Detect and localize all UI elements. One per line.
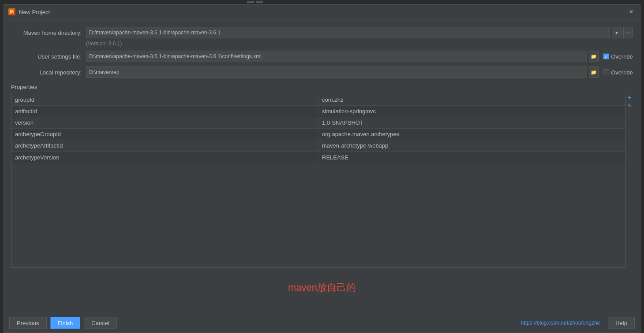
maven-home-label: Maven home directory: (11, 30, 82, 36)
local-repo-override-label: Override (611, 69, 633, 76)
prop-value-archetype-version: RELEASE (318, 152, 625, 163)
maven-home-input[interactable] (86, 27, 610, 38)
edit-property-button[interactable]: ✎ (626, 103, 633, 109)
dialog-titlebar: M New Project × (4, 5, 640, 19)
user-settings-folder-button[interactable]: 📁 (589, 51, 599, 62)
top-bar (0, 0, 644, 4)
table-row: version 1.0-SNAPSHOT (11, 117, 625, 129)
prop-value-version: 1.0-SNAPSHOT (318, 118, 625, 128)
properties-section-header: Properties (11, 80, 633, 92)
prop-value-artifactid: simulation-springmvc (318, 106, 625, 116)
local-repo-override-checkbox[interactable] (603, 69, 609, 75)
previous-button[interactable]: Previous (9, 317, 47, 329)
table-row: artifactId simulation-springmvc (11, 106, 625, 117)
local-repo-input-group: 📁 (86, 67, 599, 78)
prop-key-archetype-version: archetypeVersion (11, 152, 318, 163)
user-settings-row: User settings file: 📁 ✓ Override (11, 48, 633, 64)
footer-url: https://blog.csdn.net/zhoufengzhe (120, 320, 600, 326)
table-row: archetypeArtifactId maven-archetype-weba… (11, 140, 625, 152)
dialog-title: New Project (19, 9, 50, 15)
user-settings-input[interactable] (86, 51, 587, 62)
watermark-text: maven放自己的 (284, 277, 360, 299)
prop-value-groupid: com.zhz (318, 95, 625, 105)
prop-key-version: version (11, 118, 318, 128)
local-repo-input[interactable] (86, 67, 587, 78)
local-repo-label: Local repository: (11, 69, 82, 76)
help-button[interactable]: Help (608, 317, 635, 329)
dialog-icon: M (8, 8, 15, 15)
user-settings-label: User settings file: (11, 53, 82, 60)
properties-table: groupId com.zhz artifactId simulation-sp… (11, 94, 626, 268)
user-settings-override-group: ✓ Override (603, 53, 633, 60)
dialog-footer: Previous Finish Cancel https://blog.csdn… (4, 313, 640, 333)
local-repo-row: Local repository: 📁 Override (11, 64, 633, 80)
prop-value-archetype-groupid: org.apache.maven.archetypes (318, 129, 625, 139)
prop-key-artifactid: artifactId (11, 106, 318, 116)
maven-version-hint: (Version: 3.6.1) (86, 41, 633, 48)
table-row: groupId com.zhz (11, 94, 625, 106)
maven-home-ellipsis-button[interactable]: ··· (623, 27, 633, 38)
prop-key-groupid: groupId (11, 95, 318, 105)
user-settings-input-group: 📁 (86, 51, 599, 62)
finish-button[interactable]: Finish (50, 317, 81, 329)
maven-home-dropdown-button[interactable]: ▼ (612, 27, 622, 38)
properties-sidebar: + ✎ (626, 94, 633, 268)
cancel-button[interactable]: Cancel (84, 317, 116, 329)
close-button[interactable]: × (627, 7, 636, 16)
prop-key-archetype-groupid: archetypeGroupId (11, 129, 318, 139)
table-row: archetypeGroupId org.apache.maven.archet… (11, 129, 625, 140)
local-repo-folder-button[interactable]: 📁 (589, 67, 599, 78)
new-project-dialog: M New Project × Maven home directory: ▼ … (4, 4, 640, 333)
properties-wrapper: groupId com.zhz artifactId simulation-sp… (11, 94, 633, 268)
prop-key-archetype-artifactid: archetypeArtifactId (11, 141, 318, 151)
user-settings-override-checkbox[interactable]: ✓ (603, 53, 609, 59)
top-dots (247, 1, 263, 3)
table-row: archetypeVersion RELEASE (11, 152, 625, 163)
user-settings-override-label: Override (611, 53, 633, 60)
dialog-title-left: M New Project (8, 8, 50, 15)
dialog-content: Maven home directory: ▼ ··· (Version: 3.… (4, 19, 640, 313)
maven-home-input-group: ▼ ··· (86, 27, 633, 38)
add-property-button[interactable]: + (626, 95, 633, 101)
prop-value-archetype-artifactid: maven-archetype-webapp (318, 141, 625, 151)
local-repo-override-group: Override (603, 69, 633, 76)
maven-home-row: Maven home directory: ▼ ··· (11, 25, 633, 41)
